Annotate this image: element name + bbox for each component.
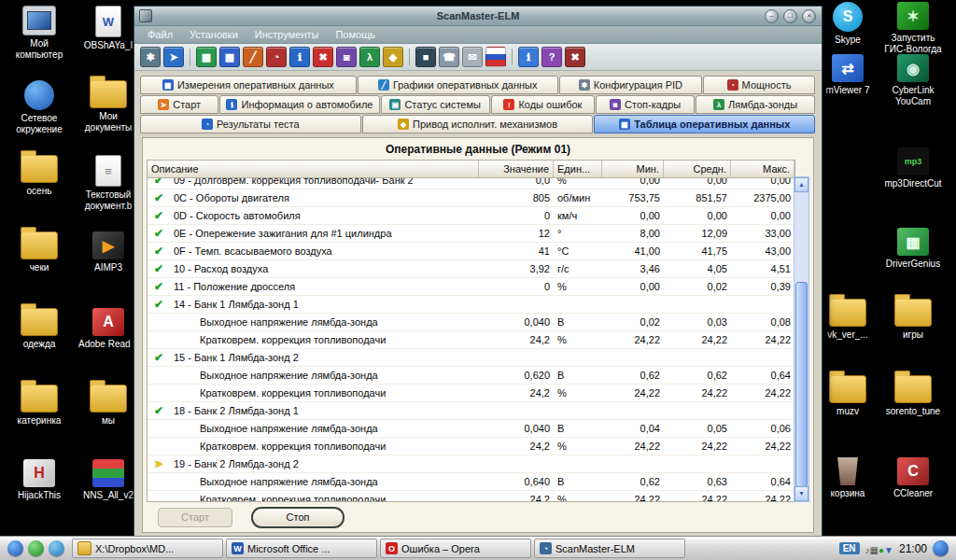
table-row[interactable]: ✔0C - Обороты двигателя805об/мин753,7585…: [148, 189, 794, 207]
drivergenius-shortcut[interactable]: ▦DriverGenius: [881, 228, 945, 270]
obshaya-word-doc-shortcut[interactable]: WOBShAYa_I: [77, 6, 140, 51]
table-row[interactable]: Выходное напряжение лямбда-зонда0,620В0,…: [148, 367, 794, 385]
connect-icon[interactable]: ➤: [163, 47, 184, 67]
task-ms-office[interactable]: WMicrosoft Office ...: [226, 539, 377, 558]
odezhda-folder-shortcut[interactable]: одежда: [7, 308, 71, 350]
my-computer-shortcut[interactable]: Мой компьютер: [7, 6, 71, 60]
column-max[interactable]: Макс.: [731, 161, 794, 177]
graphs-icon[interactable]: ╱: [243, 47, 263, 67]
window-titlebar[interactable]: ScanMaster-ELM – □ ×: [134, 7, 822, 26]
info-icon[interactable]: ℹ: [518, 47, 539, 67]
task-dropbox-folder[interactable]: X:\Dropbox\MD...: [72, 539, 223, 558]
table-row[interactable]: Выходное напряжение лямбда-зонда0,640В0,…: [148, 473, 794, 491]
maximize-icon[interactable]: □: [783, 9, 797, 23]
table-row[interactable]: ✔11 - Положение дросселя0%0,000,020,39: [148, 278, 794, 296]
table-row[interactable]: ✔10 - Расход воздуха3,92г/с3,464,054,51: [148, 260, 794, 278]
tab-live-data-table[interactable]: ▦Таблица оперативных данных: [594, 115, 815, 133]
table-row[interactable]: ✔14 - Банк 1 Лямбда-зонд 1: [148, 296, 794, 314]
actuator-icon[interactable]: ◆: [383, 47, 403, 67]
muzv-folder-shortcut[interactable]: muzv: [816, 375, 879, 417]
com-port-icon[interactable]: ☎: [439, 47, 459, 67]
table-row[interactable]: Кратковрем. коррекция топливоподачи24,2%…: [148, 385, 794, 402]
menu-settings[interactable]: Установки: [182, 28, 246, 41]
table-row[interactable]: ✔18 - Банк 2 Лямбда-зонд 1: [148, 402, 794, 420]
hijackthis-shortcut[interactable]: HHijackThis: [7, 459, 71, 501]
messenger-quick-icon[interactable]: [28, 540, 44, 556]
katerinka-folder-shortcut[interactable]: катеринка: [7, 385, 71, 427]
browser-quick-icon[interactable]: [7, 540, 23, 556]
mp3directcut-shortcut[interactable]: mp3mp3DirectCut: [881, 147, 945, 189]
table-row[interactable]: ✔09 - Долговрем. коррекция топливоподачи…: [148, 178, 794, 189]
adobe-reader-shortcut[interactable]: AAdobe Read 9: [77, 308, 140, 350]
stop-button[interactable]: Стоп: [251, 507, 344, 528]
tab-live-data-measurements[interactable]: ▦Измерения оперативных данных: [140, 76, 357, 94]
table-row[interactable]: Выходное напряжение лямбда-зонда0,040В0,…: [148, 314, 794, 331]
table-row[interactable]: ✔0D - Скорость автомобиля0км/ч0,000,000,…: [148, 207, 794, 225]
sorento-tune-folder-shortcut[interactable]: sorento_tune: [881, 375, 945, 417]
menu-help[interactable]: Помощь: [328, 28, 383, 41]
table-row[interactable]: ✔0E - Опережение зажигания для #1 цилинд…: [148, 225, 794, 243]
tab-start[interactable]: ➤Старт: [140, 95, 218, 114]
tab-lambda-sensors[interactable]: λЛямбда-зонды: [696, 95, 815, 114]
column-unit[interactable]: Един...: [554, 161, 602, 177]
data-table-icon[interactable]: ▦: [219, 47, 240, 67]
language-indicator[interactable]: EN: [839, 542, 860, 554]
vk-ver-folder-shortcut[interactable]: vk_ver_...: [816, 299, 879, 341]
osen-folder-shortcut[interactable]: осень: [7, 155, 71, 197]
my-documents-shortcut[interactable]: Мои документы: [77, 80, 140, 133]
menu-file[interactable]: Файл: [140, 28, 180, 41]
tab-pid-configuration[interactable]: ✱Конфигурация PID: [559, 76, 702, 94]
tab-trouble-codes[interactable]: !Коды ошибок: [491, 95, 596, 114]
column-avg[interactable]: Средн.: [664, 161, 731, 177]
terminal-icon[interactable]: ■: [415, 47, 436, 67]
search-ball-icon[interactable]: [933, 540, 949, 556]
clock[interactable]: 21:00: [899, 542, 927, 555]
minimize-icon[interactable]: –: [765, 9, 779, 23]
exit-icon[interactable]: ✖: [565, 47, 585, 67]
vehicle-info-icon[interactable]: ℹ: [289, 47, 310, 67]
column-value[interactable]: Значение: [479, 161, 554, 177]
tab-vehicle-info[interactable]: ℹИнформация о автомобиле: [219, 95, 379, 114]
table-row[interactable]: Выходное напряжение лямбда-зонда0,040В0,…: [148, 420, 794, 438]
table-row[interactable]: ➤19 - Банк 2 Лямбда-зонд 2: [148, 455, 794, 473]
ccleaner-shortcut[interactable]: CCCleaner: [881, 457, 945, 499]
freeze-frame-icon[interactable]: ◙: [336, 47, 357, 67]
tab-test-results[interactable]: ◔Результаты теста: [140, 115, 361, 133]
start-button[interactable]: Старт: [158, 508, 232, 527]
recycle-bin-shortcut[interactable]: корзина: [816, 457, 879, 499]
scroll-down-icon[interactable]: ▼: [794, 486, 808, 501]
table-row[interactable]: ✔15 - Банк 1 Лямбда-зонд 2: [148, 349, 794, 367]
dashboard-icon[interactable]: ◔: [266, 47, 287, 67]
column-min[interactable]: Мин.: [602, 161, 664, 177]
language-flag-icon[interactable]: [485, 47, 506, 67]
close-icon[interactable]: ×: [802, 9, 816, 23]
gis-vologda-shortcut[interactable]: ✶Запустить ГИС-Вологда: [881, 2, 945, 54]
update-tray-icon[interactable]: ▼: [884, 545, 893, 555]
tab-actuator-test[interactable]: ◆Привод исполнит. механизмов: [362, 115, 594, 133]
table-row[interactable]: Кратковрем. коррекция топливоподачи24,2%…: [148, 438, 794, 455]
network-tray-icon[interactable]: ▦: [870, 545, 879, 555]
table-row[interactable]: Кратковрем. коррекция топливоподачи24,2%…: [148, 491, 794, 502]
dtc-icon[interactable]: ✖: [313, 47, 333, 67]
aimp3-shortcut[interactable]: ▶AIMP3: [77, 231, 140, 273]
scroll-up-icon[interactable]: ▲: [794, 177, 808, 192]
log-mail-icon[interactable]: ✉: [462, 47, 483, 67]
table-row[interactable]: ✔0F - Темп. всасываемого воздуха41°C41,0…: [148, 243, 794, 260]
teamviewer-shortcut[interactable]: ⇄mViewer 7: [816, 54, 879, 96]
network-neighborhood-shortcut[interactable]: Сетевое окружение: [7, 80, 71, 134]
menu-tools[interactable]: Инструменты: [247, 28, 327, 41]
media-quick-icon[interactable]: [49, 540, 64, 556]
tab-system-status[interactable]: ▣Статус системы: [381, 95, 490, 114]
tab-power[interactable]: ◔Мощность: [703, 76, 815, 94]
column-description[interactable]: Описание: [148, 161, 479, 177]
tab-freeze-frames[interactable]: ◙Стоп-кадры: [596, 95, 695, 114]
cheki-folder-shortcut[interactable]: чеки: [7, 231, 71, 273]
nns-archive-shortcut[interactable]: NNS_All_v2: [77, 459, 140, 501]
lambda-icon[interactable]: λ: [359, 47, 380, 67]
vertical-scrollbar[interactable]: ▲ ▼: [794, 176, 809, 502]
text-document-shortcut[interactable]: ≡Текстовый документ.b: [77, 155, 140, 211]
youcam-shortcut[interactable]: ◉CyberLink YouCam: [881, 54, 945, 106]
tab-live-data-graphs[interactable]: ╱Графики оперативных данных: [358, 76, 558, 94]
adapter-settings-icon[interactable]: ✱: [140, 47, 161, 67]
table-row[interactable]: Кратковрем. коррекция топливоподачи24,2%…: [148, 331, 794, 349]
